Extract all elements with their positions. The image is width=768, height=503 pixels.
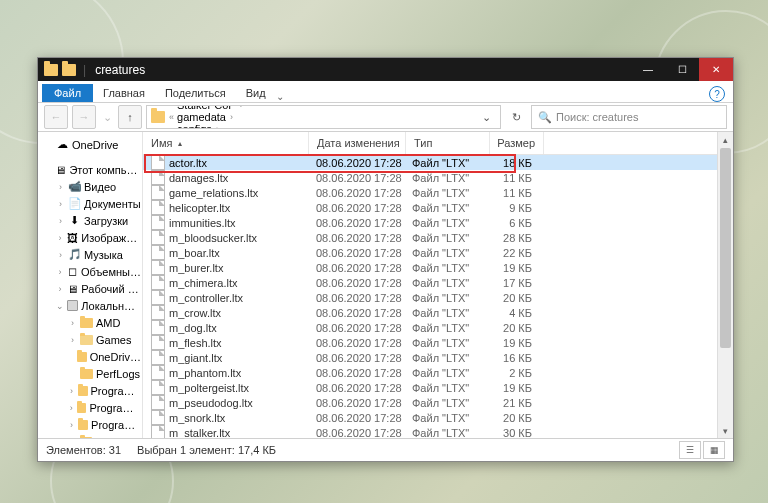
- view-details-button[interactable]: ☰: [679, 441, 701, 459]
- history-dropdown[interactable]: ⌄: [100, 106, 114, 128]
- crumb-configs[interactable]: configs›: [177, 123, 247, 129]
- scroll-thumb[interactable]: [720, 148, 731, 348]
- tree-desktop[interactable]: ›🖥Рабочий стол: [38, 280, 142, 297]
- help-icon[interactable]: ?: [709, 86, 725, 102]
- file-date: 08.06.2020 17:28: [308, 322, 404, 334]
- file-row[interactable]: actor.ltx08.06.2020 17:28Файл "LTX"18 КБ: [143, 155, 733, 170]
- tree-pictures[interactable]: ›🖼Изображения: [38, 229, 142, 246]
- file-name: m_dog.ltx: [169, 322, 217, 334]
- scrollbar[interactable]: ▴ ▾: [717, 132, 733, 438]
- file-date: 08.06.2020 17:28: [308, 367, 404, 379]
- crumb-gamedata[interactable]: gamedata›: [177, 111, 247, 123]
- tab-view[interactable]: Вид: [236, 84, 276, 102]
- file-row[interactable]: m_stalker.ltx08.06.2020 17:28Файл "LTX"3…: [143, 425, 733, 438]
- file-name: m_phantom.ltx: [169, 367, 241, 379]
- breadcrumb[interactable]: « Games›Stalker CoP›gamedata›configs›cre…: [146, 105, 501, 129]
- up-button[interactable]: ↑: [118, 105, 142, 129]
- file-icon: [151, 425, 165, 438]
- file-type: Файл "LTX": [404, 382, 487, 394]
- close-button[interactable]: ✕: [699, 58, 733, 81]
- file-row[interactable]: m_controller.ltx08.06.2020 17:28Файл "LT…: [143, 290, 733, 305]
- file-name: helicopter.ltx: [169, 202, 230, 214]
- file-name: m_snork.ltx: [169, 412, 225, 424]
- file-size: 11 КБ: [487, 172, 540, 184]
- tree-programs[interactable]: ›Programs: [38, 433, 142, 438]
- file-row[interactable]: m_snork.ltx08.06.2020 17:28Файл "LTX"20 …: [143, 410, 733, 425]
- tab-share[interactable]: Поделиться: [155, 84, 236, 102]
- tree-3dobjects[interactable]: ›◻Объемные об: [38, 263, 142, 280]
- file-size: 2 КБ: [487, 367, 540, 379]
- file-row[interactable]: m_burer.ltx08.06.2020 17:28Файл "LTX"19 …: [143, 260, 733, 275]
- file-row[interactable]: m_crow.ltx08.06.2020 17:28Файл "LTX"4 КБ: [143, 305, 733, 320]
- file-date: 08.06.2020 17:28: [308, 202, 404, 214]
- file-date: 08.06.2020 17:28: [308, 277, 404, 289]
- file-date: 08.06.2020 17:28: [308, 217, 404, 229]
- tree-games[interactable]: ›Games: [38, 331, 142, 348]
- view-icons-button[interactable]: ▦: [703, 441, 725, 459]
- file-icon: [151, 305, 165, 320]
- file-row[interactable]: m_chimera.ltx08.06.2020 17:28Файл "LTX"1…: [143, 275, 733, 290]
- tree-onedrivetemp[interactable]: OneDriveTemp: [38, 348, 142, 365]
- file-row[interactable]: m_giant.ltx08.06.2020 17:28Файл "LTX"16 …: [143, 350, 733, 365]
- tree-localdisk[interactable]: ⌄Локальный дис: [38, 297, 142, 314]
- tree-programfiles[interactable]: ›Program Files: [38, 382, 142, 399]
- maximize-button[interactable]: ☐: [665, 58, 699, 81]
- tab-file[interactable]: Файл: [42, 84, 93, 102]
- refresh-button[interactable]: ↻: [505, 106, 527, 128]
- tree-music[interactable]: ›🎵Музыка: [38, 246, 142, 263]
- file-size: 30 КБ: [487, 427, 540, 439]
- col-type[interactable]: Тип: [406, 132, 490, 154]
- status-bar: Элементов: 31 Выбран 1 элемент: 17,4 КБ …: [38, 438, 733, 461]
- col-size[interactable]: Размер: [490, 132, 544, 154]
- file-row[interactable]: m_boar.ltx08.06.2020 17:28Файл "LTX"22 К…: [143, 245, 733, 260]
- tree-thispc[interactable]: 🖥Этот компьютер: [38, 161, 142, 178]
- file-size: 16 КБ: [487, 352, 540, 364]
- col-name[interactable]: Имя▴: [143, 132, 309, 154]
- file-row[interactable]: helicopter.ltx08.06.2020 17:28Файл "LTX"…: [143, 200, 733, 215]
- file-row[interactable]: m_flesh.ltx08.06.2020 17:28Файл "LTX"19 …: [143, 335, 733, 350]
- file-date: 08.06.2020 17:28: [308, 157, 404, 169]
- scroll-down-icon[interactable]: ▾: [718, 423, 733, 438]
- tab-home[interactable]: Главная: [93, 84, 155, 102]
- file-row[interactable]: m_poltergeist.ltx08.06.2020 17:28Файл "L…: [143, 380, 733, 395]
- file-row[interactable]: m_dog.ltx08.06.2020 17:28Файл "LTX"20 КБ: [143, 320, 733, 335]
- tree-downloads[interactable]: ›⬇Загрузки: [38, 212, 142, 229]
- file-row[interactable]: game_relations.ltx08.06.2020 17:28Файл "…: [143, 185, 733, 200]
- file-date: 08.06.2020 17:28: [308, 352, 404, 364]
- search-icon: 🔍: [538, 111, 552, 124]
- file-size: 22 КБ: [487, 247, 540, 259]
- file-icon: [151, 155, 165, 170]
- file-name: m_chimera.ltx: [169, 277, 237, 289]
- address-dropdown-icon[interactable]: ⌄: [476, 111, 496, 124]
- search-input[interactable]: 🔍 Поиск: creatures: [531, 105, 727, 129]
- file-row[interactable]: damages.ltx08.06.2020 17:28Файл "LTX"11 …: [143, 170, 733, 185]
- tree-amd[interactable]: ›AMD: [38, 314, 142, 331]
- file-type: Файл "LTX": [404, 277, 487, 289]
- file-row[interactable]: immunities.ltx08.06.2020 17:28Файл "LTX"…: [143, 215, 733, 230]
- file-size: 20 КБ: [487, 322, 540, 334]
- file-name: m_poltergeist.ltx: [169, 382, 249, 394]
- tree-programdata[interactable]: ›ProgramData: [38, 416, 142, 433]
- tree-documents[interactable]: ›📄Документы: [38, 195, 142, 212]
- back-button[interactable]: ←: [44, 105, 68, 129]
- file-date: 08.06.2020 17:28: [308, 187, 404, 199]
- forward-button[interactable]: →: [72, 105, 96, 129]
- file-row[interactable]: m_phantom.ltx08.06.2020 17:28Файл "LTX"2…: [143, 365, 733, 380]
- file-size: 18 КБ: [487, 157, 540, 169]
- scroll-up-icon[interactable]: ▴: [718, 132, 733, 147]
- tree-videos[interactable]: ›📹Видео: [38, 178, 142, 195]
- title-bar[interactable]: | creatures — ☐ ✕: [38, 58, 733, 81]
- file-name: m_crow.ltx: [169, 307, 221, 319]
- col-date[interactable]: Дата изменения: [309, 132, 406, 154]
- file-type: Файл "LTX": [404, 322, 487, 334]
- ribbon-collapse-icon[interactable]: ⌄: [276, 91, 284, 102]
- file-row[interactable]: m_pseudodog.ltx08.06.2020 17:28Файл "LTX…: [143, 395, 733, 410]
- minimize-button[interactable]: —: [631, 58, 665, 81]
- tree-programfilesx86[interactable]: ›Program Files (: [38, 399, 142, 416]
- file-row[interactable]: m_bloodsucker.ltx08.06.2020 17:28Файл "L…: [143, 230, 733, 245]
- tree-onedrive[interactable]: ☁OneDrive: [38, 136, 142, 153]
- folder-icon: [44, 64, 58, 76]
- tree-perflogs[interactable]: PerfLogs: [38, 365, 142, 382]
- file-date: 08.06.2020 17:28: [308, 412, 404, 424]
- file-type: Файл "LTX": [404, 367, 487, 379]
